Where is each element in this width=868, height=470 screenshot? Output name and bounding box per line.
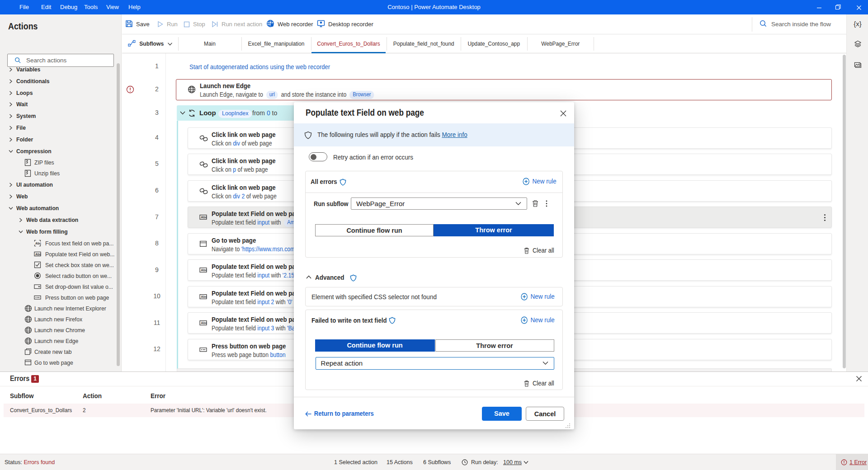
svg-text:Abc: Abc	[201, 215, 207, 219]
svg-text:Abc: Abc	[35, 252, 41, 255]
svg-text:Abc: Abc	[35, 242, 41, 245]
svg-text:Abc: Abc	[201, 321, 207, 325]
svg-text:Abc: Abc	[201, 295, 207, 299]
svg-text:Abc: Abc	[201, 268, 207, 272]
